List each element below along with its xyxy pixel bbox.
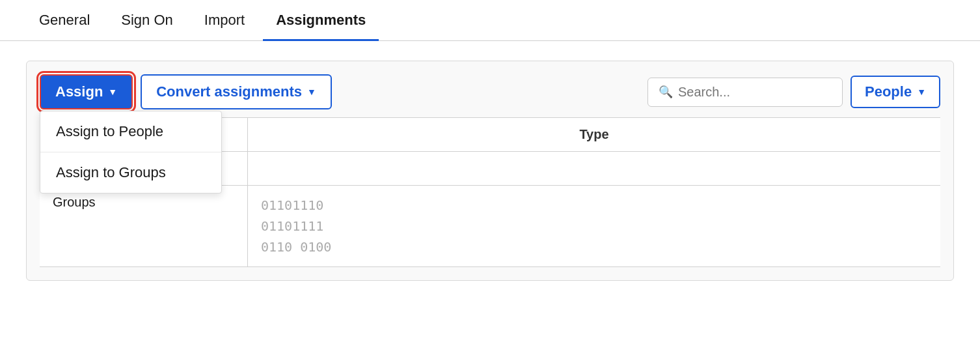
col-type-header: Type	[248, 118, 940, 152]
assignments-panel: Assign ▼ Assign to People Assign to Grou…	[26, 61, 954, 281]
assign-dropdown-menu: Assign to People Assign to Groups	[40, 111, 222, 194]
search-icon: 🔍	[659, 85, 673, 99]
row-0-type	[248, 152, 940, 185]
table-row: Groups 01101110011011110110 0100	[40, 186, 940, 267]
tab-sign-on[interactable]: Sign On	[108, 0, 186, 41]
main-content: Assign ▼ Assign to People Assign to Grou…	[0, 41, 980, 300]
people-chevron-icon: ▼	[917, 87, 926, 97]
people-button-label: People	[865, 83, 912, 100]
search-input[interactable]	[678, 85, 832, 100]
assign-chevron-icon: ▼	[108, 87, 117, 97]
row-1-type: 01101110011011110110 0100	[248, 186, 940, 266]
assign-to-groups-item[interactable]: Assign to Groups	[40, 152, 221, 193]
tab-assignments[interactable]: Assignments	[263, 0, 379, 41]
tab-bar: General Sign On Import Assignments	[0, 0, 980, 41]
assign-to-people-item[interactable]: Assign to People	[40, 111, 221, 152]
assign-button-label: Assign	[55, 83, 103, 100]
assign-dropdown-container: Assign ▼ Assign to People Assign to Grou…	[40, 74, 133, 109]
tab-general[interactable]: General	[26, 0, 103, 41]
convert-chevron-icon: ▼	[307, 87, 316, 97]
toolbar: Assign ▼ Assign to People Assign to Grou…	[40, 74, 940, 109]
convert-assignments-button[interactable]: Convert assignments ▼	[141, 74, 332, 109]
people-button[interactable]: People ▼	[851, 76, 940, 108]
search-box: 🔍	[647, 78, 843, 107]
convert-assignments-label: Convert assignments	[156, 83, 302, 100]
tab-import[interactable]: Import	[191, 0, 258, 41]
toolbar-right: 🔍 People ▼	[647, 76, 940, 108]
assign-button[interactable]: Assign ▼	[40, 74, 133, 109]
row-1-name: Groups	[40, 186, 248, 266]
